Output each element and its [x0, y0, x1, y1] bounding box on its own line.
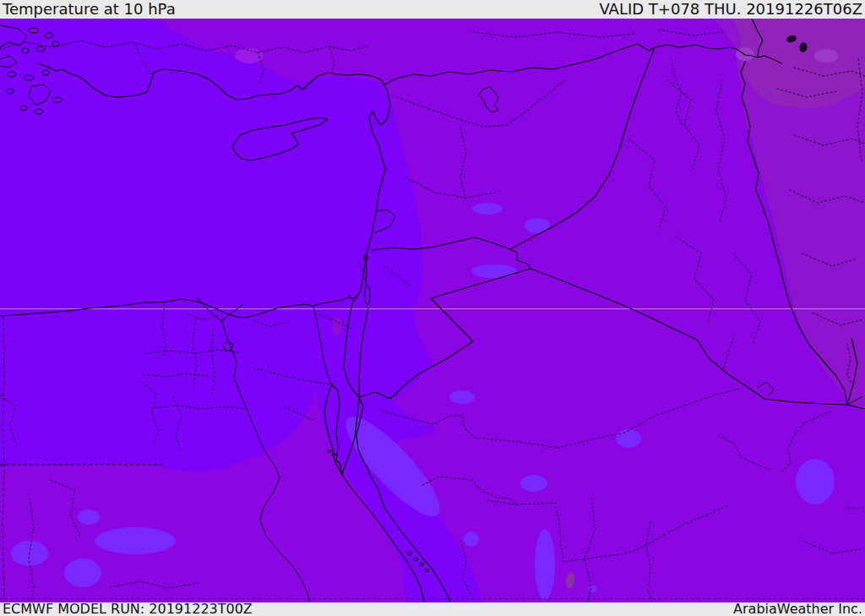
- model-run-label: ECMWF MODEL RUN: 20191223T00Z: [3, 602, 253, 616]
- valid-time-label: VALID T+078 THU. 20191226T06Z: [599, 0, 862, 19]
- weather-map-product: Temperature at 10 hPa VALID T+078 THU. 2…: [0, 0, 865, 616]
- forecast-map: [0, 19, 865, 602]
- title-bar: Temperature at 10 hPa VALID T+078 THU. 2…: [0, 0, 865, 19]
- credit-bar: ECMWF MODEL RUN: 20191223T00Z ArabiaWeat…: [0, 602, 865, 616]
- map-title: Temperature at 10 hPa: [3, 0, 176, 19]
- light-core-anatolia: [235, 48, 264, 63]
- light-core-van: [736, 47, 754, 61]
- brand-label: ArabiaWeather Inc.: [733, 602, 862, 616]
- temperature-shading: [0, 19, 865, 602]
- light-core-urmia: [814, 49, 838, 63]
- dark-spot-jordan: [332, 317, 342, 335]
